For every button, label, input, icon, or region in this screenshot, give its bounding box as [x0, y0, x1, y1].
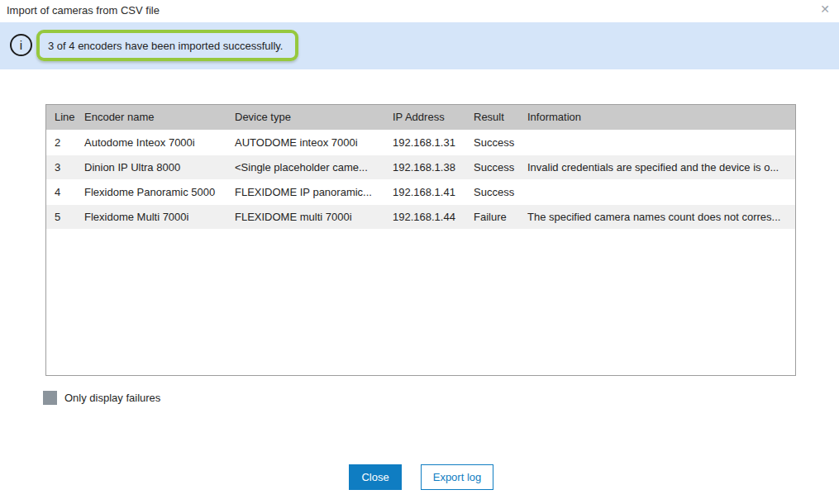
cell-line: 5 [46, 204, 76, 229]
only-display-failures-checkbox[interactable] [43, 391, 57, 405]
cell-encoder-name: Flexidome Panoramic 5000 [76, 179, 226, 204]
table-header: Line Encoder name Device type IP Address… [46, 105, 795, 130]
close-button[interactable]: Close [349, 464, 402, 490]
title-bar: Import of cameras from CSV file ✕ [0, 0, 839, 22]
cell-line: 3 [46, 155, 76, 179]
table-row[interactable]: 4Flexidome Panoramic 5000FLEXIDOME IP pa… [46, 179, 795, 204]
column-header-device-type[interactable]: Device type [226, 105, 384, 130]
cell-ip-address: 192.168.1.31 [384, 130, 465, 155]
cell-line: 2 [46, 130, 76, 155]
column-header-ip-address[interactable]: IP Address [384, 105, 465, 130]
cell-information [519, 179, 795, 204]
column-header-information[interactable]: Information [519, 105, 795, 130]
cell-ip-address: 192.168.1.38 [384, 155, 465, 179]
cell-result: Success [465, 179, 519, 204]
highlight-annotation: 3 of 4 encoders have been imported succe… [36, 30, 298, 61]
import-results-table: Line Encoder name Device type IP Address… [45, 104, 796, 376]
cell-encoder-name: Autodome Inteox 7000i [76, 130, 226, 155]
cell-result: Failure [465, 204, 519, 229]
cell-ip-address: 192.168.1.44 [384, 204, 465, 229]
cell-line: 4 [46, 179, 76, 204]
cell-encoder-name: Flexidome Multi 7000i [76, 204, 226, 229]
cell-result: Success [465, 130, 519, 155]
only-display-failures-label: Only display failures [64, 392, 160, 404]
only-display-failures-filter: Only display failures [43, 391, 160, 405]
close-icon[interactable]: ✕ [817, 1, 833, 17]
cell-device-type: FLEXIDOME multi 7000i [226, 204, 384, 229]
banner-message: 3 of 4 encoders have been imported succe… [48, 40, 283, 52]
table-row[interactable]: 2Autodome Inteox 7000iAUTODOME inteox 70… [46, 130, 795, 155]
table-row[interactable]: 3Dinion IP Ultra 8000<Single placeholder… [46, 155, 795, 179]
cell-device-type: AUTODOME inteox 7000i [226, 130, 384, 155]
cell-information: Invalid credentials are specified and th… [519, 155, 795, 179]
cell-result: Success [465, 155, 519, 179]
column-header-encoder-name[interactable]: Encoder name [76, 105, 226, 130]
info-icon: i [10, 34, 32, 56]
cell-encoder-name: Dinion IP Ultra 8000 [76, 155, 226, 179]
column-header-line[interactable]: Line [46, 105, 76, 130]
table-row[interactable]: 5Flexidome Multi 7000iFLEXIDOME multi 70… [46, 204, 795, 229]
cell-device-type: <Single placeholder came... [226, 155, 384, 179]
cell-ip-address: 192.168.1.41 [384, 179, 465, 204]
export-log-button[interactable]: Export log [421, 464, 493, 490]
column-header-result[interactable]: Result [465, 105, 519, 130]
info-banner: i 3 of 4 encoders have been imported suc… [0, 22, 839, 69]
cell-device-type: FLEXIDOME IP panoramic... [226, 179, 384, 204]
cell-information: The specified camera names count does no… [519, 204, 795, 229]
dialog-title: Import of cameras from CSV file [7, 0, 160, 21]
cell-information [519, 130, 795, 155]
